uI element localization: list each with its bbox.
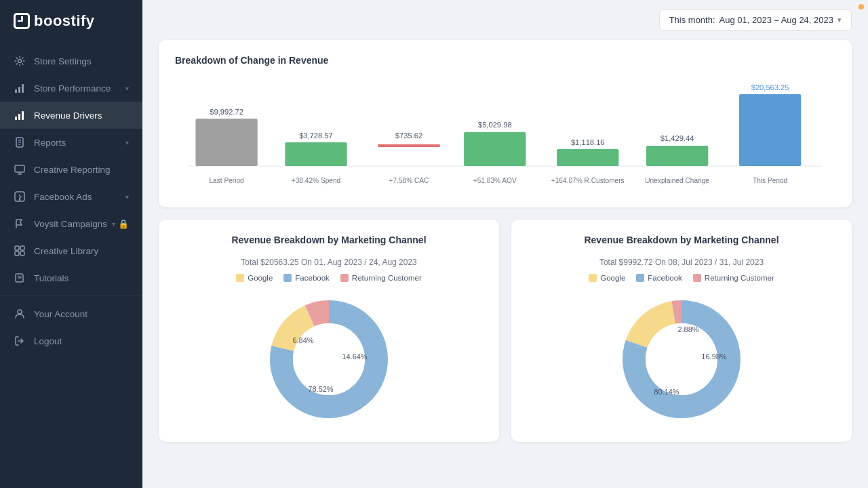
svg-rect-23 xyxy=(195,119,257,166)
legend-item-returning-prev: Returning Customer xyxy=(693,274,774,282)
sidebar-item-logout[interactable]: Logout xyxy=(0,327,142,354)
sidebar-label-creative-reporting: Creative Reporting xyxy=(34,165,129,175)
logo-area: boostify xyxy=(0,0,142,42)
svg-text:+38.42% Spend: +38.42% Spend xyxy=(292,177,340,184)
svg-text:Unexplained Change: Unexplained Change xyxy=(645,177,709,184)
svg-text:78.52%: 78.52% xyxy=(308,385,334,393)
svg-text:+164.07% R.Customers: +164.07% R.Customers xyxy=(551,177,625,184)
sidebar-label-store-performance: Store Performance xyxy=(34,83,125,94)
svg-rect-18 xyxy=(20,251,24,256)
sidebar-item-voysit-campaigns[interactable]: Voysit Campaigns ▾ 🔒 xyxy=(0,210,142,237)
svg-rect-4 xyxy=(15,117,17,120)
sidebar-item-facebook-ads[interactable]: Facebook Ads ▾ xyxy=(0,183,142,210)
legend-label-facebook-prev: Facebook xyxy=(648,274,682,282)
donut-current-svg: 6.84% 14.64% 78.52% xyxy=(261,291,397,427)
svg-text:16.98%: 16.98% xyxy=(701,352,727,361)
main-content: This month: Aug 01, 2023 – Aug 24, 2023 … xyxy=(142,0,868,488)
legend-label-google-prev: Google xyxy=(600,274,625,282)
sidebar-item-store-settings[interactable]: Store Settings xyxy=(0,47,142,75)
svg-rect-6 xyxy=(22,111,24,120)
svg-rect-1 xyxy=(15,89,17,93)
chevron-icon-performance: ▾ xyxy=(125,85,129,92)
legend-item-returning-current: Returning Customer xyxy=(340,274,422,282)
svg-text:$735.62: $735.62 xyxy=(395,131,422,140)
legend-item-facebook-prev: Facebook xyxy=(636,274,682,282)
book-icon xyxy=(14,272,26,284)
chart-icon-revenue xyxy=(14,109,26,121)
sidebar-label-logout: Logout xyxy=(34,336,129,346)
svg-text:This Period: This Period xyxy=(753,177,787,184)
svg-point-21 xyxy=(18,310,22,314)
main-header: This month: Aug 01, 2023 – Aug 24, 2023 … xyxy=(142,0,868,40)
svg-rect-32 xyxy=(464,132,526,166)
lock-icon: 🔒 xyxy=(118,219,129,229)
svg-rect-17 xyxy=(15,251,19,256)
sidebar-item-your-account[interactable]: Your Account xyxy=(0,300,142,327)
svg-rect-16 xyxy=(20,246,24,250)
svg-rect-2 xyxy=(18,87,20,93)
sidebar-item-creative-library[interactable]: Creative Library xyxy=(0,237,142,264)
legend-label-returning: Returning Customer xyxy=(352,274,422,282)
svg-text:$1,429.44: $1,429.44 xyxy=(660,134,694,142)
waterfall-svg: $9,992.72 Last Period $3,728.57 +38.42% … xyxy=(175,78,835,190)
sidebar-item-reports[interactable]: Reports ▾ xyxy=(0,129,142,156)
donut-prev-title: Revenue Breakdown by Marketing Channel xyxy=(584,235,778,245)
sidebar-item-creative-reporting[interactable]: Creative Reporting xyxy=(0,156,142,183)
svg-text:$3,728.57: $3,728.57 xyxy=(299,131,333,140)
sidebar: boostify Store Settings Store Performanc xyxy=(0,0,142,488)
donut-current-legend: Google Facebook Returning Customer xyxy=(236,274,422,282)
sidebar-label-store-settings: Store Settings xyxy=(34,56,129,66)
chevron-icon-facebook: ▾ xyxy=(125,193,129,201)
donut-prev-legend: Google Facebook Returning Customer xyxy=(589,274,774,282)
sidebar-label-reports: Reports xyxy=(34,138,125,148)
sidebar-label-your-account: Your Account xyxy=(34,309,129,319)
sidebar-item-store-performance[interactable]: Store Performance ▾ xyxy=(0,75,142,102)
facebook-icon xyxy=(14,190,26,203)
sidebar-item-tutorials[interactable]: Tutorials xyxy=(0,264,142,291)
legend-dot-google xyxy=(236,274,244,282)
donut-current-card: Revenue Breakdown by Marketing Channel T… xyxy=(159,220,499,442)
monitor-icon xyxy=(14,163,26,176)
legend-item-google-current: Google xyxy=(236,274,273,282)
legend-dot-facebook xyxy=(283,274,292,282)
donut-prev-svg: 2.88% 16.98% 80.14% xyxy=(614,291,749,427)
svg-rect-38 xyxy=(646,146,708,166)
grid-icon xyxy=(14,245,26,257)
svg-text:$9,992.72: $9,992.72 xyxy=(210,108,243,116)
flag-icon xyxy=(14,218,26,230)
legend-label-facebook: Facebook xyxy=(295,274,330,282)
svg-text:Last Period: Last Period xyxy=(209,177,243,184)
dropdown-arrow-icon: ▾ xyxy=(837,16,842,24)
date-range-label: This month: xyxy=(669,15,715,25)
legend-dot-returning xyxy=(340,274,349,282)
donut-charts-row: Revenue Breakdown by Marketing Channel T… xyxy=(159,220,852,454)
svg-rect-41 xyxy=(739,94,801,166)
svg-text:+7.58% CAC: +7.58% CAC xyxy=(389,177,429,184)
waterfall-card: Breakdown of Change in Revenue $9,992.72… xyxy=(159,40,852,207)
legend-label-google: Google xyxy=(248,274,273,282)
donut-current-title: Revenue Breakdown by Marketing Channel xyxy=(231,235,426,245)
svg-text:$5,029.98: $5,029.98 xyxy=(478,121,512,129)
sidebar-label-revenue-drivers: Revenue Drivers xyxy=(34,110,129,121)
legend-item-facebook-current: Facebook xyxy=(283,274,330,282)
donut-prev-subtitle: Total $9992.72 On 08, Jul 2023 / 31, Jul… xyxy=(599,258,764,267)
notification-dot xyxy=(859,4,864,9)
svg-text:14.64%: 14.64% xyxy=(342,352,368,361)
legend-label-returning-prev: Returning Customer xyxy=(705,274,774,282)
logout-icon xyxy=(14,335,26,347)
sidebar-item-revenue-drivers[interactable]: Revenue Drivers xyxy=(0,102,142,129)
date-range-value: Aug 01, 2023 – Aug 24, 2023 xyxy=(719,15,833,25)
chevron-icon-reports: ▾ xyxy=(125,139,129,146)
svg-text:2.88%: 2.88% xyxy=(677,325,698,333)
gear-icon xyxy=(14,55,26,67)
sidebar-label-voysit: Voysit Campaigns xyxy=(34,219,112,229)
waterfall-title: Breakdown of Change in Revenue xyxy=(175,55,835,66)
svg-rect-11 xyxy=(15,165,24,172)
svg-rect-15 xyxy=(15,246,19,250)
svg-text:$20,563.25: $20,563.25 xyxy=(751,83,789,92)
sidebar-label-tutorials: Tutorials xyxy=(34,273,129,283)
svg-text:$1,118.16: $1,118.16 xyxy=(571,138,605,146)
date-range-picker[interactable]: This month: Aug 01, 2023 – Aug 24, 2023 … xyxy=(659,9,852,30)
donut-prev-card: Revenue Breakdown by Marketing Channel T… xyxy=(511,220,852,442)
donut-current-subtitle: Total $20563.25 On 01, Aug 2023 / 24, Au… xyxy=(241,258,417,267)
